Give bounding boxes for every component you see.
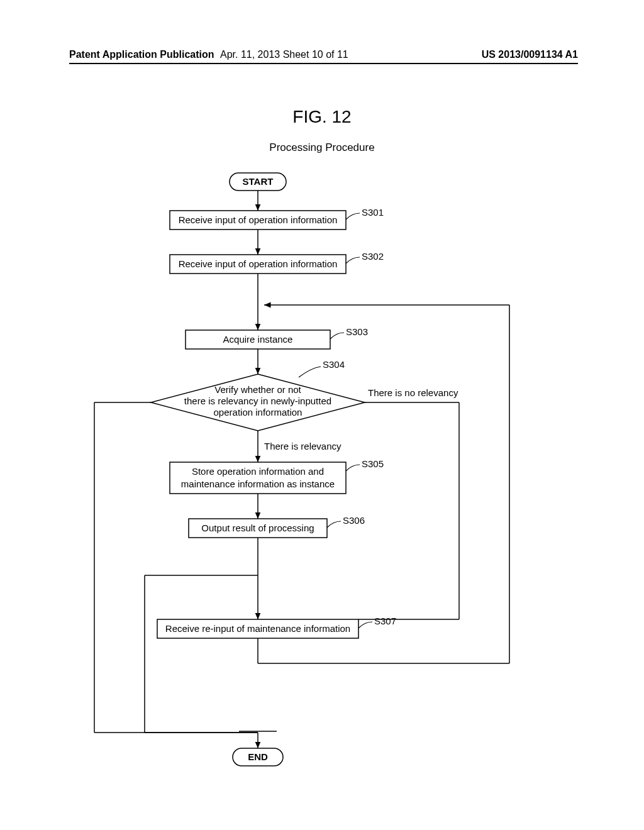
leader-s304	[299, 367, 321, 377]
node-s305-line1: Store operation information and	[192, 466, 324, 477]
tag-s305: S305	[362, 458, 384, 469]
label-s304-no: There is no relevancy	[368, 387, 458, 398]
header-left: Patent Application Publication	[69, 49, 214, 60]
node-s301: Receive input of operation information S…	[170, 207, 384, 230]
node-s307-label: Receive re-input of maintenance informat…	[165, 623, 350, 634]
tag-s303: S303	[346, 326, 368, 337]
tag-s302: S302	[362, 251, 384, 262]
leader-s302	[346, 257, 360, 263]
node-s306-label: Output result of processing	[201, 523, 314, 533]
node-s301-label: Receive input of operation information	[179, 214, 338, 225]
leader-s305	[346, 465, 360, 471]
node-s305-line2: maintenance information as instance	[181, 479, 335, 489]
leader-s303	[330, 333, 344, 339]
node-s305: Store operation information and maintena…	[170, 458, 384, 494]
tag-s307: S307	[374, 616, 396, 626]
node-start: START	[230, 173, 286, 191]
node-s303-label: Acquire instance	[223, 334, 293, 345]
figure-subtitle: Processing Procedure	[0, 141, 644, 154]
flowchart: START Receive input of operation informa…	[69, 167, 579, 770]
node-s302: Receive input of operation information S…	[170, 251, 384, 274]
leader-s301	[346, 213, 360, 219]
label-s304-yes: There is relevancy	[264, 441, 341, 451]
node-s303: Acquire instance S303	[186, 326, 368, 349]
header-mid: Apr. 11, 2013 Sheet 10 of 11	[220, 49, 348, 60]
node-end: END	[233, 748, 283, 766]
node-end-label: END	[248, 751, 268, 762]
tag-s301: S301	[362, 207, 384, 218]
figure-title: FIG. 12	[0, 107, 644, 127]
node-s306: Output result of processing S306	[189, 515, 365, 538]
node-s302-label: Receive input of operation information	[179, 258, 338, 269]
node-start-label: START	[243, 176, 274, 187]
node-s304-line3: operation information	[214, 407, 303, 418]
page: Patent Application Publication Apr. 11, …	[0, 0, 644, 830]
node-s304-line2: there is relevancy in newly-inputted	[184, 396, 331, 406]
tag-s306: S306	[343, 515, 365, 526]
leader-s306	[327, 521, 341, 528]
tag-s304: S304	[323, 359, 345, 370]
header-right: US 2013/0091134 A1	[482, 49, 578, 60]
node-s304-line1: Verify whether or not	[214, 384, 301, 395]
header-rule	[69, 63, 578, 64]
leader-s307	[358, 622, 372, 628]
